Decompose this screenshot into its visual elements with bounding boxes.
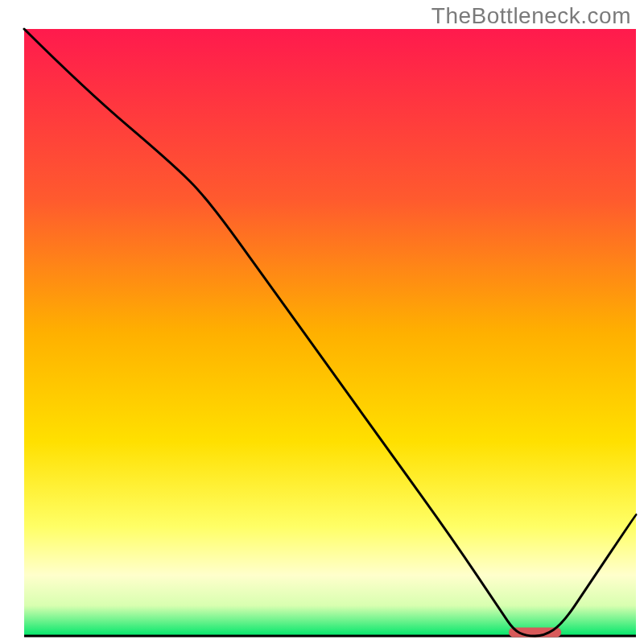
gradient-background: [24, 29, 636, 636]
chart-svg: [0, 0, 644, 644]
bottleneck-chart: TheBottleneck.com: [0, 0, 644, 644]
watermark-text: TheBottleneck.com: [431, 3, 631, 29]
